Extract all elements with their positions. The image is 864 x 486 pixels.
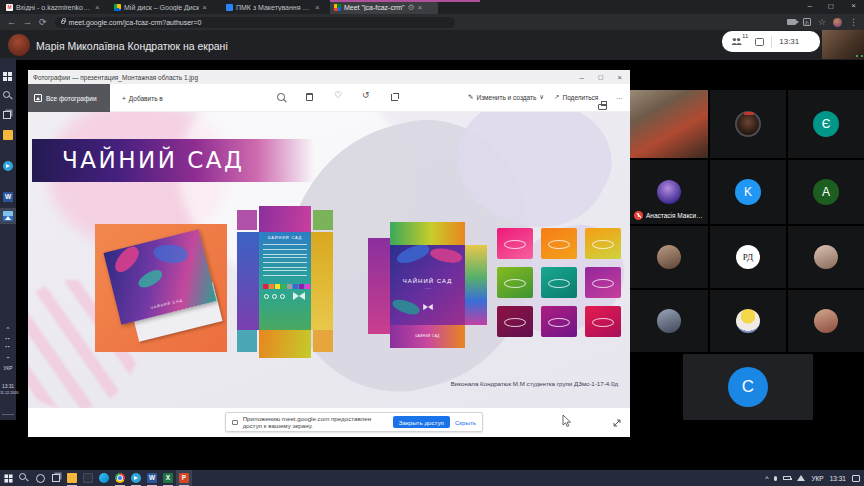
tab-meet-active[interactable]: Meet "jca-fcaz-crm" ⚙ × xyxy=(330,1,438,14)
excel-button[interactable]: X xyxy=(160,470,176,486)
participant-tile[interactable] xyxy=(710,90,786,158)
taskbar-clock[interactable]: 13:31 xyxy=(830,475,846,482)
close-icon[interactable]: × xyxy=(315,4,320,11)
window-close-button[interactable]: × xyxy=(851,1,856,10)
word-button[interactable]: W xyxy=(144,470,160,486)
self-view-video[interactable] xyxy=(822,30,864,59)
theme-accent-line xyxy=(330,0,480,2)
language-indicator[interactable]: УКР xyxy=(811,475,823,482)
camera-allowed-icon[interactable] xyxy=(787,19,796,25)
meet-top-pill: 11 13:31 xyxy=(722,31,820,52)
tray-chevron-icon[interactable]: ^ xyxy=(0,326,16,332)
photos-minimize-button[interactable]: – xyxy=(580,73,584,82)
tray-chevron-icon[interactable]: ^ xyxy=(765,475,768,482)
expand-icon[interactable] xyxy=(612,418,622,428)
language-indicator[interactable]: УКР xyxy=(0,366,16,371)
battery-icon[interactable] xyxy=(783,476,791,481)
tab-drive[interactable]: Мій диск – Google Диск × xyxy=(110,1,216,14)
participant-tile[interactable] xyxy=(788,226,864,288)
hide-link[interactable]: Скрыть xyxy=(455,419,476,426)
browser-menu-icon[interactable]: ⋮ xyxy=(849,17,858,27)
box-leaf xyxy=(152,242,189,266)
all-photos-button[interactable]: Все фотографии xyxy=(28,84,110,112)
print-icon[interactable] xyxy=(598,104,607,110)
forward-icon[interactable]: → xyxy=(23,17,32,27)
gallery-icon xyxy=(34,94,42,102)
participant-tile-large[interactable]: C xyxy=(683,354,813,420)
add-to-button[interactable]: + Добавить в xyxy=(122,84,163,112)
photos-close-button[interactable]: × xyxy=(618,73,622,82)
stop-sharing-button[interactable]: Закрыть доступ xyxy=(393,416,450,428)
participant-tile[interactable]: K xyxy=(710,160,786,224)
crop-icon[interactable] xyxy=(391,94,398,101)
network-icon[interactable] xyxy=(797,475,805,481)
participant-tile[interactable]: A xyxy=(788,160,864,224)
bookmark-star-icon[interactable]: ☆ xyxy=(818,17,826,27)
reload-icon[interactable]: ⟳ xyxy=(39,17,47,27)
participant-tile[interactable] xyxy=(710,290,786,352)
more-button[interactable]: … xyxy=(616,93,623,100)
mic-tray-icon[interactable] xyxy=(774,476,777,481)
share-label: Поделиться xyxy=(562,94,598,101)
front-logo: ЧАЙНИЙ САД xyxy=(390,278,465,284)
file-explorer-button[interactable] xyxy=(64,470,80,486)
delete-icon[interactable] xyxy=(306,93,313,101)
back-icon[interactable]: ← xyxy=(7,17,16,27)
start-button[interactable] xyxy=(0,470,16,486)
flavor-card xyxy=(585,267,621,298)
close-icon[interactable]: × xyxy=(418,4,423,11)
photos-maximize-button[interactable]: ▢ xyxy=(598,73,604,82)
edge-button[interactable] xyxy=(96,470,112,486)
gear-icon[interactable]: ⚙ xyxy=(408,4,415,11)
favorite-heart-icon[interactable]: ♡ xyxy=(334,90,342,100)
app-button[interactable] xyxy=(80,470,96,486)
participant-tile[interactable]: Є xyxy=(788,90,864,158)
window-maximize-button[interactable]: ▢ xyxy=(828,2,834,10)
translate-icon[interactable]: あ xyxy=(803,18,811,26)
task-view-icon[interactable] xyxy=(3,111,11,119)
edit-create-label: Изменить и создать xyxy=(476,94,536,101)
participants-button[interactable]: 11 xyxy=(731,37,748,46)
rotate-icon[interactable]: ↺ xyxy=(362,90,370,100)
word-icon[interactable]: W xyxy=(3,192,13,202)
close-icon[interactable]: × xyxy=(202,4,207,11)
chat-icon[interactable] xyxy=(755,38,764,46)
chrome-button[interactable] xyxy=(112,470,128,486)
telegram-button[interactable] xyxy=(128,470,144,486)
window-minimize-button[interactable]: – xyxy=(808,1,812,10)
powerpoint-button[interactable]: P xyxy=(176,470,192,486)
participant-name-label: Анастасія Макси… xyxy=(634,211,703,220)
cortana-button[interactable] xyxy=(32,470,48,486)
telegram-icon[interactable] xyxy=(3,161,13,171)
participant-tile[interactable]: РД xyxy=(710,226,786,288)
search-icon[interactable] xyxy=(3,91,13,101)
pill-divider xyxy=(771,36,772,48)
flap-left xyxy=(237,232,259,330)
file-explorer-icon[interactable] xyxy=(3,130,13,140)
box-leaf xyxy=(136,267,165,290)
mouse-cursor xyxy=(562,414,572,428)
tray-mini-icons: ▪▪ xyxy=(0,344,16,349)
photos-app-active-tile[interactable] xyxy=(0,208,16,224)
edit-create-button[interactable]: ✎ Изменить и создать ∨ xyxy=(468,93,544,101)
profile-avatar[interactable] xyxy=(833,18,842,27)
tab-gmail[interactable]: M Вхідні - o.kazmirenko@kubg.ed… × xyxy=(2,1,108,14)
participant-tile[interactable] xyxy=(788,290,864,352)
task-view-button[interactable] xyxy=(48,470,64,486)
share-button[interactable]: ↗ Поделиться xyxy=(554,93,598,101)
participant-tile[interactable] xyxy=(630,290,708,352)
participant-monogram: РД xyxy=(736,245,760,269)
zoom-icon[interactable] xyxy=(277,93,287,103)
action-center-icon[interactable] xyxy=(852,475,860,482)
flap xyxy=(237,330,257,352)
address-bar[interactable]: meet.google.com/jca-fcaz-crm?authuser=0 xyxy=(55,17,455,28)
show-desktop-divider[interactable] xyxy=(2,414,14,415)
taskbar-search[interactable] xyxy=(16,470,32,486)
photos-icon xyxy=(3,211,13,221)
participant-video-tile[interactable] xyxy=(630,90,708,158)
participant-tile[interactable]: Анастасія Макси… xyxy=(630,160,708,224)
start-button-icon[interactable] xyxy=(3,72,13,82)
tab-docs[interactable]: ПМК з Макетування та роботи… × xyxy=(222,1,328,14)
participant-tile[interactable] xyxy=(630,226,708,288)
close-icon[interactable]: × xyxy=(95,4,100,11)
